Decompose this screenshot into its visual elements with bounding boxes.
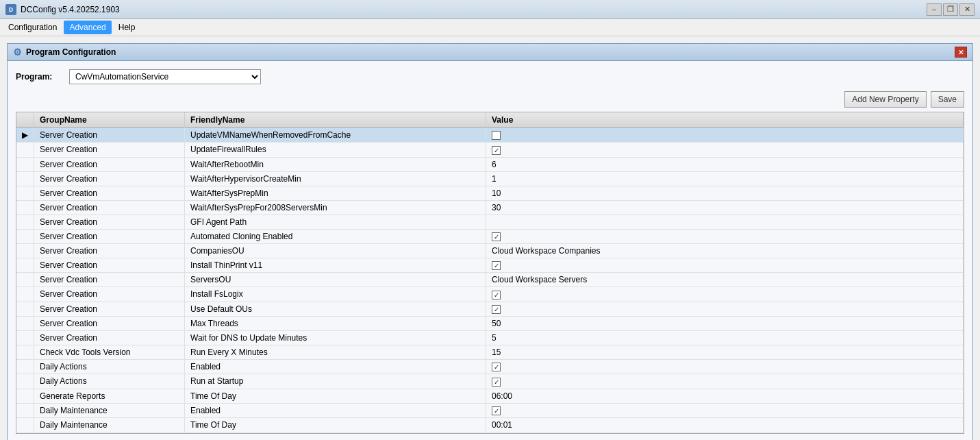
table-row[interactable]: Check Vdc Tools VersionRun Every X Minut… [16, 345, 964, 359]
row-value[interactable] [486, 287, 964, 302]
row-friendlyname: UpdateFirewallRules [185, 143, 486, 157]
row-arrow [16, 302, 34, 316]
row-value[interactable] [486, 359, 964, 374]
row-groupname: Server Creation [34, 302, 185, 316]
add-new-property-button[interactable]: Add New Property [844, 91, 926, 108]
dialog-body: Program: CwVmAutomationService Add New P… [8, 61, 972, 440]
table-row[interactable]: Weekly MaintenanceEnabled [16, 432, 964, 434]
table-row[interactable]: Server CreationCompaniesOUCloud Workspac… [16, 243, 964, 258]
row-friendlyname: WaitAfterSysPrepFor2008ServersMin [185, 200, 486, 215]
table-row[interactable]: ▶Server CreationUpdateVMNameWhenRemovedF… [16, 128, 964, 143]
table-row[interactable]: Server CreationAutomated Cloning Enabled [16, 229, 964, 243]
col-groupname: GroupName [34, 112, 185, 128]
row-arrow [16, 186, 34, 200]
table-row[interactable]: Server CreationWaitAfterSysPrepMin10 [16, 186, 964, 200]
row-friendlyname: WaitAfterRebootMin [185, 157, 486, 171]
row-friendlyname: Install FsLogix [185, 287, 486, 302]
row-arrow [16, 345, 34, 359]
row-friendlyname: Wait for DNS to Update Minutes [185, 330, 486, 345]
program-row: Program: CwVmAutomationService [16, 69, 964, 84]
row-checkbox[interactable] [492, 232, 501, 241]
row-arrow [16, 200, 34, 215]
row-checkbox[interactable] [492, 131, 501, 140]
table-row[interactable]: Daily MaintenanceTime Of Day00:01 [16, 417, 964, 432]
table-row[interactable]: Server CreationInstall FsLogix [16, 287, 964, 302]
app-title: DCConfig v5.4.20252.1903 [21, 5, 120, 14]
row-groupname: Server Creation [34, 330, 185, 345]
row-groupname: Server Creation [34, 316, 185, 330]
row-value: 06:00 [486, 389, 964, 403]
table-header: GroupName FriendlyName Value [16, 112, 964, 128]
row-checkbox[interactable] [492, 305, 501, 314]
row-friendlyname: Install ThinPrint v11 [185, 258, 486, 272]
restore-button[interactable]: ❐ [943, 3, 958, 16]
table-row[interactable]: Daily ActionsEnabled [16, 359, 964, 374]
table-row[interactable]: Daily ActionsRun at Startup [16, 374, 964, 389]
row-arrow [16, 316, 34, 330]
row-value[interactable] [486, 143, 964, 157]
menu-advanced[interactable]: Advanced [64, 21, 111, 34]
col-friendlyname: FriendlyName [185, 112, 486, 128]
row-value[interactable] [486, 258, 964, 272]
row-friendlyname: Run at Startup [185, 374, 486, 389]
row-value: 50 [486, 316, 964, 330]
table-row[interactable]: Server CreationInstall ThinPrint v11 [16, 258, 964, 272]
menu-help[interactable]: Help [113, 21, 141, 34]
row-friendlyname: Enabled [185, 403, 486, 417]
dialog-close-button[interactable]: ✕ [955, 47, 967, 58]
row-checkbox[interactable] [492, 261, 501, 270]
row-arrow [16, 258, 34, 272]
row-value[interactable] [486, 403, 964, 417]
row-checkbox[interactable] [492, 363, 501, 371]
row-friendlyname: Use Default OUs [185, 302, 486, 316]
row-value[interactable] [486, 229, 964, 243]
table-row[interactable]: Server CreationWaitAfterSysPrepFor2008Se… [16, 200, 964, 215]
row-checkbox[interactable] [492, 291, 501, 300]
row-groupname: Server Creation [34, 215, 185, 229]
row-value: 5 [486, 330, 964, 345]
table-row[interactable]: Server CreationUse Default OUs [16, 302, 964, 316]
row-arrow [16, 243, 34, 258]
row-value: 30 [486, 200, 964, 215]
row-friendlyname: Max Threads [185, 316, 486, 330]
program-select[interactable]: CwVmAutomationService [69, 69, 261, 84]
table-row[interactable]: Server CreationWaitAfterHypervisorCreate… [16, 171, 964, 186]
table-body: ▶Server CreationUpdateVMNameWhenRemovedF… [16, 128, 964, 435]
row-groupname: Server Creation [34, 229, 185, 243]
table-row[interactable]: Daily MaintenanceEnabled [16, 403, 964, 417]
menu-configuration[interactable]: Configuration [3, 21, 62, 34]
row-friendlyname: CompaniesOU [185, 243, 486, 258]
row-groupname: Server Creation [34, 143, 185, 157]
table-row[interactable]: Server CreationServersOUCloud Workspace … [16, 273, 964, 287]
table-row[interactable]: Server CreationGFI Agent Path [16, 215, 964, 229]
save-button[interactable]: Save [931, 91, 964, 108]
row-value[interactable] [486, 128, 964, 143]
table-row[interactable]: Server CreationWait for DNS to Update Mi… [16, 330, 964, 345]
table-row[interactable]: Server CreationMax Threads50 [16, 316, 964, 330]
row-checkbox[interactable] [492, 146, 501, 155]
row-arrow [16, 229, 34, 243]
table-row[interactable]: Generate ReportsTime Of Day06:00 [16, 389, 964, 403]
row-arrow [16, 171, 34, 186]
property-grid: GroupName FriendlyName Value ▶Server Cre… [16, 112, 964, 434]
minimize-button[interactable]: − [927, 3, 942, 16]
row-value[interactable] [486, 374, 964, 389]
row-groupname: Server Creation [34, 200, 185, 215]
row-groupname: Weekly Maintenance [34, 432, 185, 434]
row-value[interactable] [486, 432, 964, 434]
program-label: Program: [16, 72, 64, 82]
row-groupname: Server Creation [34, 128, 185, 143]
table-row[interactable]: Server CreationUpdateFirewallRules [16, 143, 964, 157]
row-friendlyname: Time Of Day [185, 417, 486, 432]
close-button[interactable]: ✕ [959, 3, 975, 16]
row-checkbox[interactable] [492, 406, 501, 415]
window-controls: − ❐ ✕ [927, 3, 975, 16]
toolbar-row: Add New Property Save [16, 91, 964, 108]
table-row[interactable]: Server CreationWaitAfterRebootMin6 [16, 157, 964, 171]
row-checkbox[interactable] [492, 378, 501, 387]
row-friendlyname: WaitAfterSysPrepMin [185, 186, 486, 200]
row-friendlyname: Run Every X Minutes [185, 345, 486, 359]
row-value[interactable] [486, 302, 964, 316]
row-value: Cloud Workspace Servers [486, 273, 964, 287]
row-arrow [16, 287, 34, 302]
